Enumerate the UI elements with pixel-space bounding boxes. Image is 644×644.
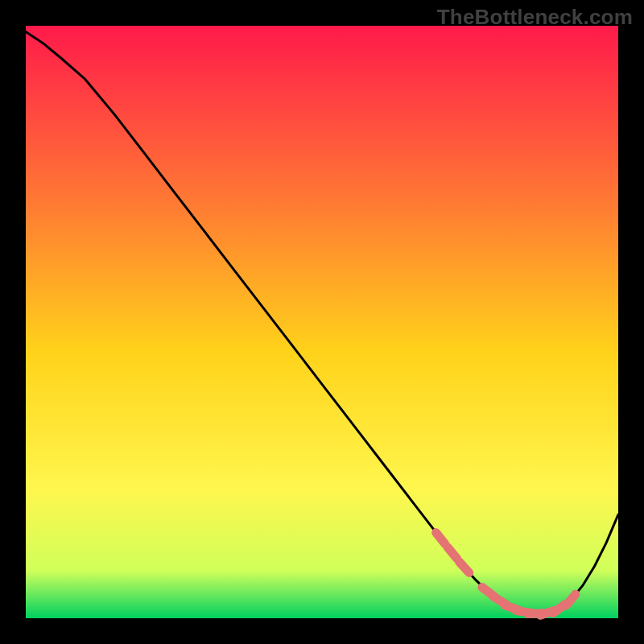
bottleneck-chart <box>0 0 644 644</box>
chart-frame: TheBottleneck.com <box>0 0 644 644</box>
watermark-text: TheBottleneck.com <box>437 5 633 30</box>
